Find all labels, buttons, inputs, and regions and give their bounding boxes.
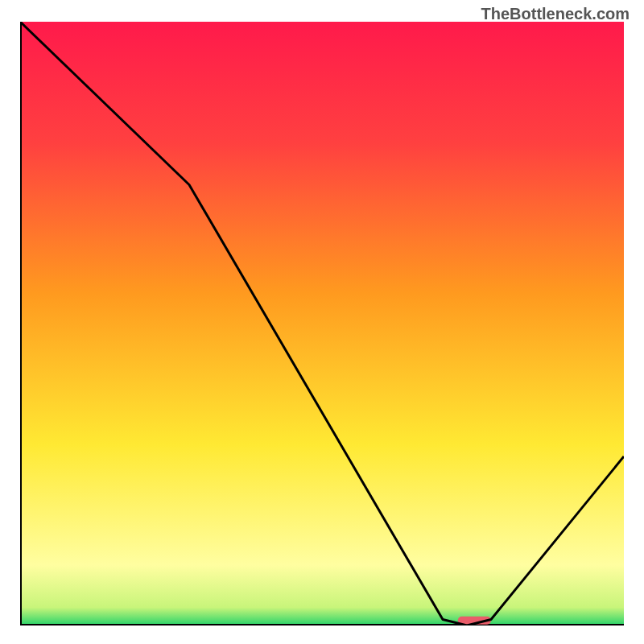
chart-svg bbox=[20, 22, 624, 625]
chart-container: TheBottleneck.com bbox=[0, 0, 644, 644]
chart-background bbox=[20, 22, 624, 625]
chart-plot bbox=[20, 22, 624, 625]
watermark-text: TheBottleneck.com bbox=[481, 5, 630, 23]
